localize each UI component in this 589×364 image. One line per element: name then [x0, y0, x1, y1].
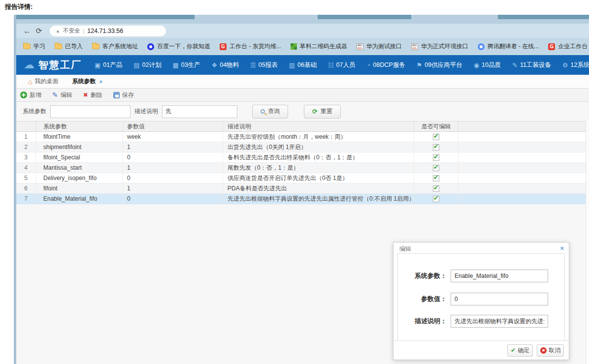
nav-item-base[interactable]: ▥06基础	[289, 61, 317, 69]
workbench-icon: G	[548, 43, 555, 50]
table-row[interactable]: 2 shipmentfifoint 1 出货先进先出（0关闭 1开启） ✔	[16, 142, 589, 152]
dialog-close-icon[interactable]: ×	[560, 244, 564, 252]
col-header-desc[interactable]: 描述说明	[223, 121, 414, 131]
editable-checkbox[interactable]: ✔	[433, 144, 439, 151]
reload-icon[interactable]: ⟳	[33, 27, 45, 35]
quality-icon: ◉	[474, 61, 479, 69]
table-header-row: 系统参数 参数值 描述说明 是否可编辑	[16, 121, 589, 132]
editable-checkbox[interactable]: ✔	[433, 196, 439, 202]
browser-tabstrip	[16, 15, 589, 24]
tencent-translate-icon	[478, 43, 485, 50]
system-icon: ⚙	[562, 61, 568, 69]
dialog-title: 编辑	[399, 245, 411, 253]
nav-item-tooling[interactable]: ✎11工装设备	[512, 61, 551, 69]
col-header-value[interactable]: 参数值	[123, 121, 223, 131]
confirm-button[interactable]: ✔ 确定	[507, 344, 533, 357]
confirm-check-icon: ✔	[511, 347, 516, 354]
editable-checkbox[interactable]: ✔	[433, 185, 439, 192]
dialog-footer: ✔ 确定 ✖ 取消	[393, 340, 569, 360]
nav-menu: ▣01产品 ▤02计划 ▦03生产 ❖04物料 ☰05报表 ▥06基础 ☷07人…	[95, 61, 589, 69]
nav-item-production[interactable]: ▦03生产	[172, 61, 200, 69]
bookmark-tencent-translate[interactable]: 腾讯翻译君 - 在线...	[478, 42, 539, 51]
folder-icon	[92, 44, 99, 49]
workspace-tabbar: ⌂ 我的桌面 系统参数 ×	[16, 75, 589, 89]
material-icon: ❖	[212, 61, 218, 69]
filter-desc-label: 描述说明	[134, 107, 158, 116]
bookmark-imported[interactable]: 已导入	[55, 42, 83, 51]
editable-checkbox[interactable]: ✔	[433, 165, 439, 171]
folder-icon	[55, 44, 62, 49]
nav-item-personnel[interactable]: ☷07人员	[328, 61, 356, 69]
nav-item-product[interactable]: ▣01产品	[95, 61, 122, 69]
not-secure-label[interactable]: 不安全	[63, 27, 80, 34]
bookmark-enterprise-workbench[interactable]: G 企业工作台 -	[548, 42, 589, 51]
col-header-param[interactable]: 系统参数	[36, 121, 123, 131]
bookmark-study[interactable]: 学习	[23, 42, 45, 51]
table-row[interactable]: 5 Delivery_isopen_fifo 0 供应商送货是否开启订单先进先出…	[16, 173, 589, 183]
grid-toolbar: 新增 ✎编辑 ✖删除 保存	[16, 89, 589, 102]
app-logo[interactable]: ☁ 智慧工厂	[24, 59, 82, 72]
nav-item-report[interactable]: ☰05报表	[250, 61, 278, 69]
dialog-desc-input[interactable]	[451, 315, 548, 328]
tab-system-params[interactable]: 系统参数 ×	[65, 75, 109, 88]
app-navbar: ☁ 智慧工厂 ▣01产品 ▤02计划 ▦03生产 ❖04物料 ☰05报表 ▥06…	[16, 55, 589, 75]
browser-tab-fragment	[318, 15, 411, 19]
nav-item-supplier-platform[interactable]: ⚑09供应商平台	[417, 61, 462, 69]
bookmark-huawei-test-api[interactable]: ROMA 华为测试接口	[357, 42, 402, 51]
dialog-value-input[interactable]	[451, 293, 548, 305]
row-number-header	[16, 121, 36, 131]
search-icon	[261, 109, 265, 114]
report-icon: ☰	[250, 61, 256, 69]
editable-checkbox[interactable]: ✔	[433, 175, 439, 182]
baidu-icon	[147, 43, 154, 50]
reset-button[interactable]: ⟳重置	[304, 105, 341, 119]
nav-item-system[interactable]: ⚙12系统	[562, 61, 589, 69]
table-row[interactable]: 6 fifoint 1 PDA备料是否先进先出 ✔	[16, 183, 589, 194]
tab-my-desktop[interactable]: ⌂ 我的桌面	[21, 75, 65, 88]
add-button[interactable]: 新增	[20, 91, 41, 99]
table-row[interactable]: 1 fifointTime week 先进先出管控级别（month：月，week…	[16, 132, 589, 142]
nav-item-material[interactable]: ❖04物料	[212, 61, 239, 69]
bookmark-qrcode-generator[interactable]: 草料二维码生成器	[291, 42, 347, 51]
dialog-param-input[interactable]	[451, 270, 548, 282]
nav-item-plan[interactable]: ▤02计划	[133, 61, 161, 69]
delete-button[interactable]: ✖删除	[83, 91, 102, 99]
table-row[interactable]: 3 fifoint_Special 0 备料先进先出是否先出特采物料（0：否，1…	[16, 152, 589, 163]
bookmark-customer-system[interactable]: 客户系统地址	[92, 42, 138, 51]
cancel-cross-icon: ✖	[540, 347, 547, 354]
dialog-value-label: 参数值：	[398, 295, 447, 303]
roma-icon: ROMA	[357, 43, 363, 50]
editable-checkbox[interactable]: ✔	[433, 134, 439, 140]
filter-param-input[interactable]	[50, 105, 131, 118]
save-button[interactable]: 保存	[113, 91, 134, 99]
bookmark-huawei-prod-api[interactable]: ROMA 华为正式环境接口	[411, 42, 468, 51]
not-secure-warning-icon: ▲	[56, 29, 60, 33]
bookmark-baidu[interactable]: 百度一下，你就知道	[147, 42, 210, 51]
back-icon[interactable]: ←	[21, 27, 33, 35]
url-input[interactable]: ▲ 不安全 | 124.71.33.56	[50, 26, 166, 36]
folder-icon	[23, 44, 31, 49]
tab-close-icon[interactable]: ×	[99, 79, 102, 85]
col-header-editable[interactable]: 是否可编辑	[414, 121, 458, 131]
dialog-param-label: 系统参数：	[398, 272, 447, 280]
home-icon: ⌂	[28, 78, 32, 86]
bookmark-workbench[interactable]: G 工作台 - 东莞均维...	[220, 42, 281, 51]
page-title: 报告详情:	[5, 2, 33, 11]
table-row-selected[interactable]: 7 Enable_Material_fifo 0 先进先出根据物料字典设置的先进…	[16, 194, 589, 204]
url-text[interactable]: 124.71.33.56	[87, 28, 123, 34]
editable-checkbox[interactable]: ✔	[433, 154, 439, 161]
bookmarks-bar: 学习 已导入 客户系统地址 百度一下，你就知道 G 工作台 - 东莞均维... …	[16, 38, 589, 55]
nav-item-quality[interactable]: ◉10品质	[474, 61, 501, 69]
nav-item-dcp-service[interactable]: ◔08DCP服务	[367, 61, 405, 69]
browser-address-bar: ← ⟳ ▲ 不安全 | 124.71.33.56	[16, 24, 589, 38]
edit-dialog: 编辑 × 系统参数： 参数值： 描述说明： ✔ 确定	[393, 242, 569, 360]
qrcode-grid-icon	[291, 43, 297, 50]
table-row[interactable]: 4 Mantissa_start 1 尾数先发（0：否，1：是） ✔	[16, 163, 589, 173]
filter-desc-input[interactable]	[162, 105, 237, 118]
edit-button[interactable]: ✎编辑	[52, 91, 72, 99]
cloud-logo-icon: ☁	[24, 59, 34, 71]
cancel-button[interactable]: ✖ 取消	[537, 344, 564, 357]
content-right-edge	[586, 121, 589, 364]
delete-icon: ✖	[83, 91, 88, 98]
search-button[interactable]: 查询	[252, 105, 288, 119]
